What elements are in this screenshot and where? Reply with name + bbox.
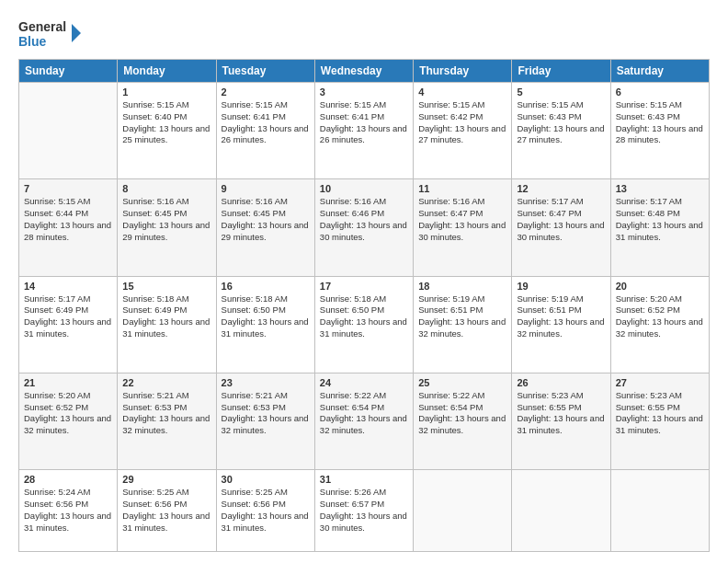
- daylight-text: Daylight: 13 hours and 31 minutes.: [517, 413, 605, 437]
- calendar-cell: 12Sunrise: 5:17 AMSunset: 6:47 PMDayligh…: [512, 179, 610, 276]
- daylight-text: Daylight: 13 hours and 30 minutes.: [320, 511, 408, 534]
- calendar-header: SundayMondayTuesdayWednesdayThursdayFrid…: [19, 60, 710, 83]
- sunrise-text: Sunrise: 5:25 AM: [122, 487, 210, 499]
- sunrise-text: Sunrise: 5:17 AM: [616, 196, 704, 208]
- calendar-table: SundayMondayTuesdayWednesdayThursdayFrid…: [18, 59, 710, 552]
- sunrise-text: Sunrise: 5:18 AM: [222, 293, 310, 305]
- sunset-text: Sunset: 6:41 PM: [222, 111, 310, 123]
- calendar-cell: 3Sunrise: 5:15 AMSunset: 6:41 PMDaylight…: [314, 83, 413, 179]
- weekday-header-row: SundayMondayTuesdayWednesdayThursdayFrid…: [19, 60, 710, 83]
- sunrise-text: Sunrise: 5:21 AM: [222, 390, 310, 402]
- sunset-text: Sunset: 6:53 PM: [222, 402, 310, 414]
- calendar-cell: 30Sunrise: 5:25 AMSunset: 6:56 PMDayligh…: [216, 470, 314, 552]
- sunset-text: Sunset: 6:50 PM: [222, 304, 310, 316]
- header: General Blue: [18, 15, 710, 52]
- weekday-header-wednesday: Wednesday: [314, 60, 413, 83]
- calendar-cell: [414, 470, 512, 552]
- daylight-text: Daylight: 13 hours and 30 minutes.: [418, 220, 506, 244]
- day-number: 16: [222, 281, 310, 292]
- logo-svg: General Blue: [18, 15, 83, 52]
- calendar-cell: 28Sunrise: 5:24 AMSunset: 6:56 PMDayligh…: [19, 470, 118, 552]
- calendar-cell: 24Sunrise: 5:22 AMSunset: 6:54 PMDayligh…: [314, 373, 413, 469]
- sunset-text: Sunset: 6:57 PM: [320, 499, 408, 511]
- sunrise-text: Sunrise: 5:26 AM: [320, 487, 408, 499]
- page: General Blue SundayMondayTuesdayWednesda…: [0, 0, 728, 563]
- day-number: 12: [517, 183, 605, 194]
- day-number: 18: [418, 281, 506, 292]
- sunset-text: Sunset: 6:43 PM: [517, 111, 605, 123]
- calendar-cell: 8Sunrise: 5:16 AMSunset: 6:45 PMDaylight…: [118, 179, 216, 276]
- day-number: 15: [122, 281, 210, 292]
- sunrise-text: Sunrise: 5:15 AM: [517, 99, 605, 111]
- daylight-text: Daylight: 13 hours and 27 minutes.: [517, 123, 605, 147]
- calendar-cell: 21Sunrise: 5:20 AMSunset: 6:52 PMDayligh…: [19, 373, 118, 469]
- sunrise-text: Sunrise: 5:19 AM: [418, 293, 506, 305]
- calendar-cell: [19, 83, 118, 179]
- sunset-text: Sunset: 6:40 PM: [122, 111, 210, 123]
- calendar-cell: 2Sunrise: 5:15 AMSunset: 6:41 PMDaylight…: [216, 83, 314, 179]
- day-number: 19: [517, 281, 605, 292]
- calendar-cell: 16Sunrise: 5:18 AMSunset: 6:50 PMDayligh…: [216, 276, 314, 373]
- day-number: 28: [24, 474, 112, 485]
- day-number: 21: [24, 377, 112, 388]
- calendar-cell: 22Sunrise: 5:21 AMSunset: 6:53 PMDayligh…: [118, 373, 216, 469]
- calendar-cell: [512, 470, 610, 552]
- calendar-body: 1Sunrise: 5:15 AMSunset: 6:40 PMDaylight…: [19, 83, 710, 552]
- sunset-text: Sunset: 6:53 PM: [122, 402, 210, 414]
- calendar-cell: 15Sunrise: 5:18 AMSunset: 6:49 PMDayligh…: [118, 276, 216, 373]
- sunrise-text: Sunrise: 5:15 AM: [616, 99, 704, 111]
- daylight-text: Daylight: 13 hours and 28 minutes.: [24, 220, 112, 244]
- calendar-cell: 1Sunrise: 5:15 AMSunset: 6:40 PMDaylight…: [118, 83, 216, 179]
- sunset-text: Sunset: 6:49 PM: [24, 304, 112, 316]
- sunset-text: Sunset: 6:41 PM: [320, 111, 408, 123]
- logo: General Blue: [18, 15, 83, 52]
- week-row-1: 1Sunrise: 5:15 AMSunset: 6:40 PMDaylight…: [19, 83, 710, 179]
- sunset-text: Sunset: 6:46 PM: [320, 208, 408, 220]
- weekday-header-tuesday: Tuesday: [216, 60, 314, 83]
- day-number: 5: [517, 86, 605, 98]
- daylight-text: Daylight: 13 hours and 26 minutes.: [222, 123, 310, 147]
- daylight-text: Daylight: 13 hours and 31 minutes.: [616, 220, 704, 244]
- sunrise-text: Sunrise: 5:21 AM: [122, 390, 210, 402]
- sunset-text: Sunset: 6:55 PM: [517, 402, 605, 414]
- daylight-text: Daylight: 13 hours and 32 minutes.: [517, 316, 605, 340]
- daylight-text: Daylight: 13 hours and 31 minutes.: [222, 316, 310, 340]
- daylight-text: Daylight: 13 hours and 32 minutes.: [24, 413, 112, 437]
- daylight-text: Daylight: 13 hours and 32 minutes.: [418, 316, 506, 340]
- calendar-cell: [610, 470, 709, 552]
- calendar-cell: 20Sunrise: 5:20 AMSunset: 6:52 PMDayligh…: [610, 276, 709, 373]
- week-row-4: 21Sunrise: 5:20 AMSunset: 6:52 PMDayligh…: [19, 373, 710, 469]
- sunset-text: Sunset: 6:56 PM: [122, 499, 210, 511]
- daylight-text: Daylight: 13 hours and 31 minutes.: [616, 413, 704, 437]
- day-number: 4: [418, 86, 506, 98]
- day-number: 7: [24, 183, 112, 194]
- day-number: 31: [320, 474, 408, 485]
- calendar-cell: 19Sunrise: 5:19 AMSunset: 6:51 PMDayligh…: [512, 276, 610, 373]
- daylight-text: Daylight: 13 hours and 29 minutes.: [122, 220, 210, 244]
- day-number: 22: [122, 377, 210, 388]
- sunrise-text: Sunrise: 5:17 AM: [24, 293, 112, 305]
- daylight-text: Daylight: 13 hours and 31 minutes.: [24, 511, 112, 534]
- sunrise-text: Sunrise: 5:16 AM: [122, 196, 210, 208]
- sunset-text: Sunset: 6:56 PM: [222, 499, 310, 511]
- sunrise-text: Sunrise: 5:20 AM: [616, 293, 704, 305]
- day-number: 11: [418, 183, 506, 194]
- daylight-text: Daylight: 13 hours and 32 minutes.: [222, 413, 310, 437]
- calendar-cell: 17Sunrise: 5:18 AMSunset: 6:50 PMDayligh…: [314, 276, 413, 373]
- calendar-cell: 5Sunrise: 5:15 AMSunset: 6:43 PMDaylight…: [512, 83, 610, 179]
- sunrise-text: Sunrise: 5:18 AM: [122, 293, 210, 305]
- sunset-text: Sunset: 6:56 PM: [24, 499, 112, 511]
- weekday-header-thursday: Thursday: [414, 60, 512, 83]
- sunset-text: Sunset: 6:52 PM: [616, 304, 704, 316]
- sunrise-text: Sunrise: 5:24 AM: [24, 487, 112, 499]
- sunrise-text: Sunrise: 5:15 AM: [222, 99, 310, 111]
- calendar-cell: 9Sunrise: 5:16 AMSunset: 6:45 PMDaylight…: [216, 179, 314, 276]
- sunrise-text: Sunrise: 5:16 AM: [222, 196, 310, 208]
- sunrise-text: Sunrise: 5:15 AM: [122, 99, 210, 111]
- calendar-cell: 26Sunrise: 5:23 AMSunset: 6:55 PMDayligh…: [512, 373, 610, 469]
- day-number: 23: [222, 377, 310, 388]
- daylight-text: Daylight: 13 hours and 31 minutes.: [24, 316, 112, 340]
- day-number: 6: [616, 86, 704, 98]
- sunrise-text: Sunrise: 5:15 AM: [320, 99, 408, 111]
- sunrise-text: Sunrise: 5:25 AM: [222, 487, 310, 499]
